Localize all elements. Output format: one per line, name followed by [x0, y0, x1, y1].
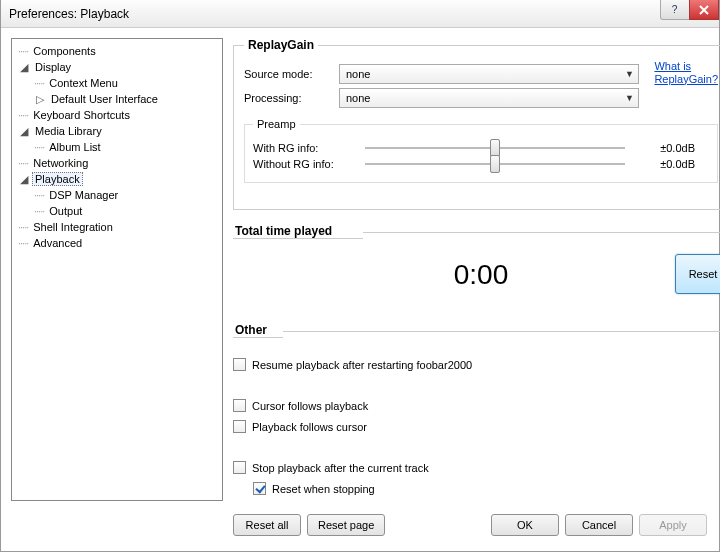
total-time-group: Total time played 0:00 Reset [233, 224, 720, 309]
checkbox-icon [233, 461, 246, 474]
tree-item-shell-integration[interactable]: ·····Shell Integration [14, 219, 220, 235]
without-rg-label: Without RG info: [253, 158, 355, 170]
close-button[interactable] [689, 0, 719, 20]
with-rg-value: ±0.0dB [635, 142, 695, 154]
tree-item-components[interactable]: ·····Components [14, 43, 220, 59]
reset-when-stopping-checkbox[interactable]: Reset when stopping [253, 482, 720, 495]
preamp-group: Preamp With RG info: ±0.0dB Without RG i… [244, 118, 718, 183]
tree-item-default-ui[interactable]: ▷Default User Interface [30, 91, 220, 107]
preamp-legend: Preamp [253, 118, 300, 130]
triangle-right-icon[interactable]: ▷ [34, 93, 46, 106]
checkbox-icon [233, 358, 246, 371]
processing-label: Processing: [244, 92, 339, 104]
cancel-button[interactable]: Cancel [565, 514, 633, 536]
tree-item-context-menu[interactable]: ·····Context Menu [30, 75, 220, 91]
source-mode-label: Source mode: [244, 68, 339, 80]
ok-button[interactable]: OK [491, 514, 559, 536]
playback-follows-checkbox[interactable]: Playback follows cursor [233, 420, 720, 433]
processing-select[interactable]: none ▼ [339, 88, 639, 108]
what-is-replaygain-link[interactable]: What is ReplayGain? [654, 60, 718, 112]
cursor-follows-checkbox[interactable]: Cursor follows playback [233, 399, 720, 412]
apply-button[interactable]: Apply [639, 514, 707, 536]
resume-playback-checkbox[interactable]: Resume playback after restarting foobar2… [233, 358, 720, 371]
total-time-legend: Total time played [233, 224, 363, 239]
tree-item-output[interactable]: ·····Output [30, 203, 220, 219]
checkbox-checked-icon [253, 482, 266, 495]
tree-item-dsp-manager[interactable]: ·····DSP Manager [30, 187, 220, 203]
reset-page-button[interactable]: Reset page [307, 514, 385, 536]
help-button[interactable]: ? [660, 0, 690, 20]
with-rg-label: With RG info: [253, 142, 355, 154]
triangle-down-icon[interactable]: ◢ [18, 125, 30, 138]
nav-tree[interactable]: ·····Components ◢Display ·····Context Me… [11, 38, 223, 501]
dialog-button-bar: Reset all Reset page OK Cancel Apply [233, 511, 713, 539]
svg-text:?: ? [671, 4, 677, 15]
chevron-down-icon: ▼ [625, 69, 634, 79]
source-mode-select[interactable]: none ▼ [339, 64, 639, 84]
other-group: Other Resume playback after restarting f… [233, 323, 720, 495]
reset-all-button[interactable]: Reset all [233, 514, 301, 536]
replaygain-group: ReplayGain Source mode: none ▼ Processin… [233, 38, 720, 210]
tree-item-display[interactable]: ◢Display [14, 59, 220, 75]
window-title: Preferences: Playback [9, 7, 129, 21]
chevron-down-icon: ▼ [625, 93, 634, 103]
without-rg-slider[interactable] [365, 163, 625, 165]
reset-time-button[interactable]: Reset [675, 254, 720, 294]
with-rg-slider[interactable] [365, 147, 625, 149]
tree-item-playback[interactable]: ◢Playback [14, 171, 220, 187]
checkbox-icon [233, 399, 246, 412]
tree-item-keyboard-shortcuts[interactable]: ·····Keyboard Shortcuts [14, 107, 220, 123]
triangle-down-icon[interactable]: ◢ [18, 61, 30, 74]
tree-item-album-list[interactable]: ·····Album List [30, 139, 220, 155]
triangle-down-icon[interactable]: ◢ [18, 173, 30, 186]
tree-item-networking[interactable]: ·····Networking [14, 155, 220, 171]
other-legend: Other [233, 323, 283, 338]
total-time-value: 0:00 [233, 245, 720, 309]
without-rg-value: ±0.0dB [635, 158, 695, 170]
tree-item-advanced[interactable]: ·····Advanced [14, 235, 220, 251]
stop-after-track-checkbox[interactable]: Stop playback after the current track [233, 461, 720, 474]
tree-item-media-library[interactable]: ◢Media Library [14, 123, 220, 139]
title-bar: Preferences: Playback ? [1, 0, 719, 28]
checkbox-icon [233, 420, 246, 433]
replaygain-legend: ReplayGain [244, 38, 318, 52]
